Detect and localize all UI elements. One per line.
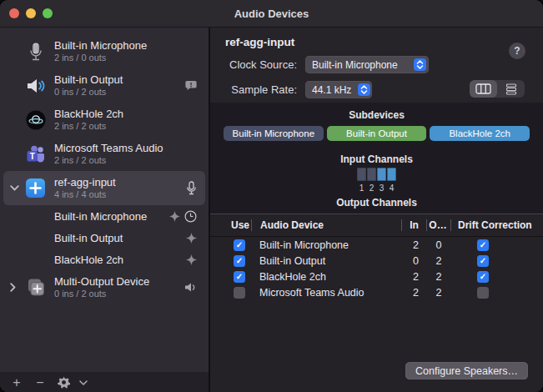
- input-channel-meter: [210, 168, 543, 181]
- drift-checkbox[interactable]: [477, 271, 489, 283]
- device-name: ref-agg-input: [54, 176, 116, 188]
- column-header-device: Audio Device: [252, 219, 401, 231]
- agg-subdevice-built-in-output[interactable]: Built-in Output: [0, 227, 209, 249]
- title-bar: Audio Devices: [0, 0, 543, 28]
- row-outs: 2: [428, 271, 451, 283]
- microphone-device-icon: [25, 41, 46, 62]
- subdevice-pill-built-in-output[interactable]: Built-in Output: [327, 126, 427, 141]
- device-name: Microsoft Teams Audio: [54, 142, 163, 154]
- window-title: Audio Devices: [234, 8, 309, 20]
- alert-sound-badge: [185, 80, 197, 91]
- row-device-name: Built-in Output: [251, 255, 404, 267]
- microphone-outline-icon: [186, 181, 197, 195]
- drift-checkbox[interactable]: [477, 239, 489, 251]
- row-outs: 0: [428, 239, 451, 251]
- row-ins: 2: [404, 239, 428, 251]
- output-channels-title: Output Channels: [210, 197, 543, 209]
- selected-device-title: ref-agg-input: [225, 36, 294, 48]
- subdevice-pill-blackhole-2ch[interactable]: BlackHole 2ch: [430, 126, 530, 141]
- minimize-button[interactable]: [26, 8, 36, 18]
- teams-device-icon: T: [25, 143, 46, 164]
- device-detail: 2 ins / 0 outs: [54, 52, 147, 63]
- use-checkbox[interactable]: [234, 271, 245, 283]
- device-name: Built-in Output: [54, 73, 123, 86]
- spark-icon: [169, 211, 180, 222]
- aggregate-device-icon: [25, 178, 46, 199]
- row-device-name: BlackHole 2ch: [251, 271, 404, 283]
- channel-square-4: [387, 168, 396, 181]
- clock-source-popup[interactable]: Built-in Microphone: [305, 56, 429, 73]
- spark-icon: [186, 254, 197, 265]
- sidebar-item-blackhole-2ch[interactable]: BlackHole 2ch 2 ins / 2 outs: [0, 103, 209, 137]
- sample-rate-popup[interactable]: 44.1 kHz: [305, 81, 372, 98]
- device-detail: 0 ins / 2 outs: [54, 288, 149, 299]
- multi-output-device-icon: [25, 277, 46, 298]
- agg-subdevice-built-in-microphone[interactable]: Built-in Microphone: [0, 205, 209, 227]
- row-device-name: Microsoft Teams Audio: [251, 287, 404, 299]
- agg-subdevice-blackhole-2ch[interactable]: BlackHole 2ch: [0, 249, 209, 270]
- row-outs: 2: [428, 287, 451, 299]
- device-sidebar: Built-in Microphone 2 ins / 0 outs Built…: [0, 28, 209, 392]
- device-list: Built-in Microphone 2 ins / 0 outs Built…: [0, 28, 209, 372]
- gear-icon: [58, 376, 70, 389]
- zoom-button[interactable]: [43, 8, 53, 18]
- remove-device-button[interactable]: −: [30, 374, 50, 391]
- svg-text:T: T: [29, 151, 34, 160]
- popup-stepper-icon: [414, 58, 426, 71]
- device-detail: 2 ins / 2 outs: [54, 154, 163, 166]
- clock-icon: [184, 210, 197, 223]
- audio-devices-window: Audio Devices Built-in Microphone 2 ins …: [0, 0, 543, 392]
- channel-square-1: [357, 168, 366, 181]
- traffic-lights: [9, 0, 53, 27]
- chevron-down-icon: [79, 380, 88, 385]
- sample-rate-label: Sample Rate:: [210, 83, 297, 96]
- row-ins: 0: [404, 255, 428, 267]
- subdevice-pill-built-in-microphone[interactable]: Built-in Microphone: [224, 126, 324, 141]
- speaker-small-icon: [184, 282, 197, 293]
- help-button[interactable]: ?: [509, 43, 525, 59]
- channel-numbers: 1 2 3 4: [210, 183, 543, 193]
- speaker-device-icon: [25, 75, 46, 96]
- device-name: Built-in Microphone: [54, 39, 147, 52]
- configure-speakers-button[interactable]: Configure Speakers…: [405, 362, 528, 379]
- row-outs: 2: [428, 255, 451, 267]
- subdevices-title: Subdevices: [210, 109, 543, 121]
- list-view-button[interactable]: [497, 80, 525, 98]
- columns-view-icon: [475, 83, 491, 94]
- sidebar-item-built-in-microphone[interactable]: Built-in Microphone 2 ins / 0 outs: [0, 34, 209, 68]
- table-row[interactable]: Built-in Microphone 2 0: [210, 237, 543, 253]
- table-row[interactable]: BlackHole 2ch 2 2: [210, 269, 543, 284]
- settings-gear-button[interactable]: [53, 374, 73, 391]
- use-checkbox[interactable]: [234, 239, 245, 251]
- close-button[interactable]: [9, 8, 19, 18]
- device-detail: 2 ins / 2 outs: [54, 120, 123, 132]
- table-row[interactable]: Microsoft Teams Audio 2 2: [210, 284, 543, 300]
- list-view-icon: [505, 83, 517, 95]
- column-header-drift: Drift Correction: [451, 219, 543, 231]
- disclosure-chevron-right-icon[interactable]: [0, 283, 25, 292]
- row-ins: 2: [404, 271, 428, 283]
- columns-view-button[interactable]: [470, 80, 497, 98]
- column-header-in: In: [402, 219, 426, 231]
- sidebar-item-built-in-output[interactable]: Built-in Output 0 ins / 2 outs: [0, 68, 209, 103]
- blackhole-device-icon: [25, 109, 46, 130]
- sidebar-item-ref-agg-input[interactable]: ref-agg-input 4 ins / 4 outs: [3, 171, 205, 205]
- actions-chevron-button[interactable]: [73, 374, 93, 391]
- default-input-badge: [186, 181, 197, 195]
- use-checkbox[interactable]: [234, 255, 245, 267]
- device-detail-panel: ref-agg-input ? Clock Source: Built-in M…: [210, 28, 543, 392]
- spark-icon: [186, 233, 197, 244]
- channels-section: Subdevices Built-in Microphone Built-in …: [210, 103, 543, 214]
- column-header-out: O…: [427, 219, 450, 231]
- sidebar-item-multi-output-device[interactable]: Multi-Output Device 0 ins / 2 outs: [0, 270, 209, 304]
- subdevice-pills: Built-in Microphone Built-in Output Blac…: [210, 126, 543, 141]
- use-checkbox[interactable]: [234, 287, 245, 299]
- drift-checkbox[interactable]: [477, 255, 489, 267]
- disclosure-chevron-down-icon[interactable]: [3, 185, 25, 191]
- view-mode-segmented-control: [470, 80, 525, 98]
- add-device-button[interactable]: +: [7, 374, 27, 391]
- sidebar-item-microsoft-teams-audio[interactable]: T Microsoft Teams Audio 2 ins / 2 outs: [0, 137, 209, 171]
- drift-checkbox[interactable]: [477, 287, 489, 299]
- sidebar-toolbar: + −: [0, 372, 209, 392]
- table-row[interactable]: Built-in Output 0 2: [210, 253, 543, 269]
